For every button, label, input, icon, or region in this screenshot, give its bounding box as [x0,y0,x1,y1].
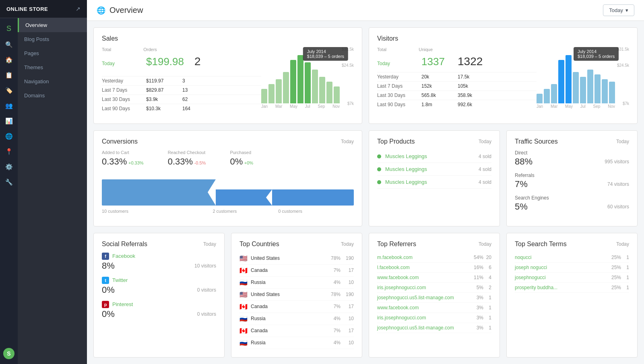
visitors-row-30d: Last 30 Days 565.8k 358.9k [377,90,537,100]
countries-title: Top Countries [239,241,279,248]
search-term-0[interactable]: noqucci [515,255,607,260]
purchased-value: 0% [230,156,243,167]
sales-chart: $31.5k $24.5k $7k July 2014 $18,039 – 5 … [261,47,354,115]
country-count-3: 190 [344,292,354,297]
stats-row-30d: Last 30 Days $3.9k 62 [102,95,261,104]
v-bar-may [566,55,572,103]
country-pct-7: 4% [326,340,341,345]
country-flag-2: 🇷🇺 [239,279,248,286]
conversions-period: Today [341,139,354,144]
settings-nav-icon[interactable]: 🔧 [2,175,16,189]
country-name-2: Russia [251,280,323,285]
referrer-pct-5: 3% [469,305,483,311]
funnel-arrow2 [266,189,272,206]
visitors-today-label: Today [377,61,413,66]
pages-label: Pages [24,50,39,56]
yesterday-label: Yesterday [102,78,138,84]
country-row-6: 🇨🇦Canada7%17 [239,325,354,337]
referrer-name-5[interactable]: www.facebook.com [377,305,469,311]
referrer-row-0: m.facebook.com54%20 [377,253,491,263]
referrers-title: Top Referrers [377,241,416,248]
search-term-2[interactable]: josephnogucci [515,275,607,280]
referrer-name-3[interactable]: iris.josephnogucci.com [377,285,469,290]
search-term-3[interactable]: prosperity buddha... [515,285,607,290]
referrer-count-1: 6 [483,265,491,270]
referrer-name-0[interactable]: m.facebook.com [377,255,469,260]
analytics-nav-icon[interactable]: 📊 [2,114,16,128]
sidebar: ONLINE STORE ↗ S 🔍 🏠 📋 🏷️ 👥 📊 🌐 📍 ⚙️ 🔧 S… [0,0,87,364]
sidebar-item-themes[interactable]: Themes [18,60,87,74]
sales-card-header: Sales [102,35,354,42]
apps-nav-icon[interactable]: ⚙️ [2,160,16,174]
v-yesterday-total: 20k [421,74,450,80]
product-dot-2 [377,180,381,184]
sidebar-item-navigation[interactable]: Navigation [18,74,87,88]
referrer-name-4[interactable]: josephnogucci.us5.list-manage.com [377,295,469,300]
external-link-icon[interactable]: ↗ [76,6,80,12]
product-sold-0: 4 sold [479,154,491,159]
purchased-change: +0% [244,160,253,165]
top-countries-card: Top Countries Today 🇺🇸United States78%19… [231,233,362,358]
sales-y-bot: $7k [347,101,354,106]
referrer-pct-2: 11% [469,275,483,280]
traffic-search-pct: 5% [515,202,528,212]
label-jul: Jul [305,104,310,109]
countries-list: 🇺🇸United States78%190🇨🇦Canada7%17🇷🇺Russi… [239,253,354,349]
referrer-pct-7: 3% [469,325,483,331]
sidebar-item-overview[interactable]: Overview [18,18,87,32]
yesterday-orders: 3 [182,78,185,84]
product-name-2[interactable]: Muscles Leggings [385,179,475,185]
bar-mar [276,79,282,103]
country-count-2: 10 [344,280,354,285]
referrer-name-6[interactable]: iris.josephnogucci.com [377,315,469,321]
search-terms-list: noqucci25%1joseph nogucci25%1josephnoguc… [515,253,629,293]
social-pinterest-name[interactable]: Pinterest [112,301,133,307]
today-button[interactable]: Today ▾ [603,4,634,16]
product-dot-0 [377,154,381,158]
product-name-0[interactable]: Muscles Leggings [385,153,475,159]
conv-metric-cart: Added to Cart 0.33% +0.33% [102,150,144,167]
social-facebook-name[interactable]: Facebook [112,253,135,259]
social-header: Social Referrals Today [102,241,216,248]
sidebar-item-blog-posts[interactable]: Blog Posts [18,32,87,46]
products-nav-icon[interactable]: 🏷️ [2,84,16,97]
social-referrals-card: Social Referrals Today f Facebook 8% 10 … [93,233,225,358]
sidebar-item-pages[interactable]: Pages [18,46,87,60]
home-nav-icon[interactable]: 🏠 [2,53,16,67]
90d-orders: 164 [182,106,190,111]
conversion-funnel [102,173,354,206]
search-count-1: 1 [621,265,629,270]
total-col-label: Total [102,47,111,52]
product-dot-1 [377,167,381,171]
7d-label: Last 7 Days [102,87,138,93]
referrer-name-7[interactable]: josephnogucci.us5.list-manage.com [377,325,469,331]
orders-nav-icon[interactable]: 📋 [2,68,16,82]
social-twitter-name[interactable]: Twitter [112,277,128,283]
product-row-0: Muscles Leggings 4 sold [377,150,491,163]
country-name-6: Canada [251,328,323,333]
referrer-count-4: 1 [483,295,491,300]
country-row-7: 🇷🇺Russia4%10 [239,337,354,349]
customers-nav-icon[interactable]: 👥 [2,99,16,113]
sidebar-item-domains[interactable]: Domains [18,88,87,103]
visitors-y-top: $31.5k [617,47,629,51]
traffic-row-search: Search Engines 5% 60 visitors [515,195,629,212]
product-name-1[interactable]: Muscles Leggings [385,166,475,172]
country-count-0: 190 [344,255,354,261]
today-label: Today [102,61,138,66]
store-nav-icon[interactable]: 🌐 [2,130,16,143]
facebook-icon: f [102,253,109,260]
country-row-2: 🇷🇺Russia4%10 [239,277,354,289]
search-term-1[interactable]: joseph nogucci [515,265,607,270]
search-nav-icon[interactable]: 🔍 [2,38,16,51]
countries-period: Today [341,241,354,247]
country-count-6: 17 [344,328,354,333]
referrer-name-1[interactable]: l.facebook.com [377,265,469,270]
location-nav-icon[interactable]: 📍 [2,145,16,158]
7d-total: $829.87 [146,87,174,93]
search-terms-title: Top Search Terms [515,241,567,248]
traffic-search-label: Search Engines [515,195,629,201]
visitors-body: Total Unique Today 1337 1322 Yesterday 2… [377,47,629,115]
referrer-name-2[interactable]: www.facebook.com [377,275,469,280]
country-name-0: United States [251,255,323,261]
